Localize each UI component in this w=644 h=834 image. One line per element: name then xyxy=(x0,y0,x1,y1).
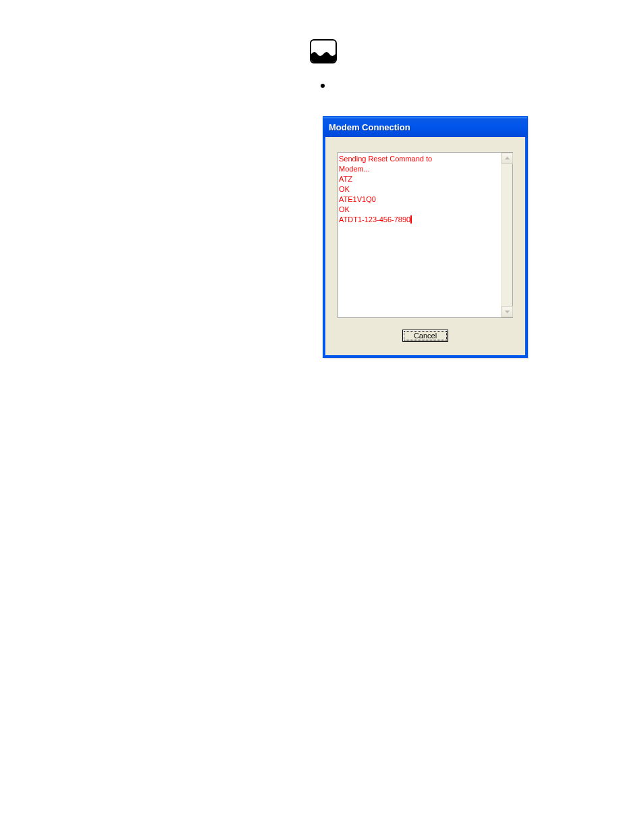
chevron-down-icon xyxy=(504,309,510,315)
wave-logo xyxy=(310,39,337,63)
scrollbar[interactable] xyxy=(501,153,512,317)
log-line-1: Modem... xyxy=(339,165,370,173)
dialog-body: Sending Reset Command to Modem... ATZ OK… xyxy=(323,137,527,357)
chevron-up-icon xyxy=(504,155,510,161)
bullet-point xyxy=(321,84,325,88)
text-cursor xyxy=(410,215,412,224)
modem-log-container: Sending Reset Command to Modem... ATZ OK… xyxy=(338,152,513,318)
scroll-up-button[interactable] xyxy=(502,153,513,164)
scroll-down-button[interactable] xyxy=(502,306,513,317)
modem-log-text: Sending Reset Command to Modem... ATZ OK… xyxy=(338,153,501,317)
modem-connection-dialog: Modem Connection Sending Reset Command t… xyxy=(323,116,528,358)
log-line-3: OK xyxy=(339,185,350,193)
dialog-titlebar[interactable]: Modem Connection xyxy=(323,117,527,137)
log-line-0: Sending Reset Command to xyxy=(339,155,432,163)
wave-logo-icon xyxy=(311,41,336,62)
cancel-button[interactable]: Cancel xyxy=(402,330,448,342)
log-line-2: ATZ xyxy=(339,175,352,183)
button-row: Cancel xyxy=(338,329,513,342)
dialog-title: Modem Connection xyxy=(329,122,410,132)
log-line-5: OK xyxy=(339,205,350,213)
log-line-6: ATDT1-123-456-7890 xyxy=(339,215,410,224)
log-line-4: ATE1V1Q0 xyxy=(339,195,376,203)
